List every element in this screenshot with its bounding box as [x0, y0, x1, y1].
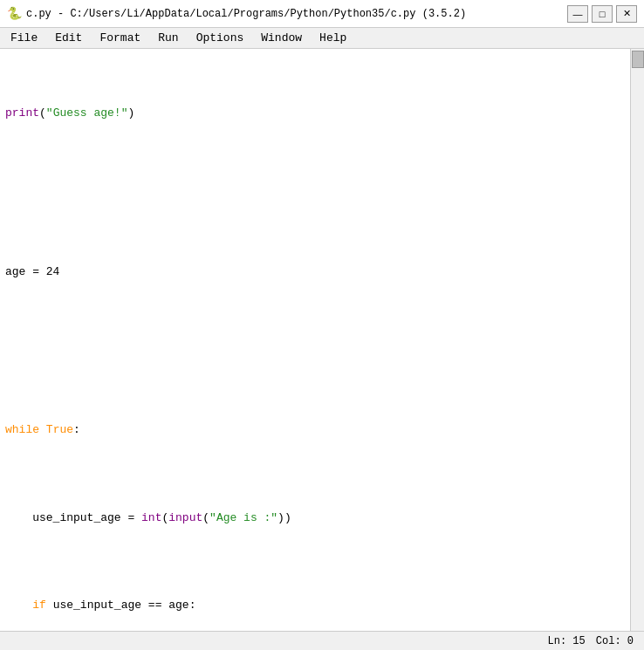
menu-window[interactable]: Window [254, 30, 309, 46]
close-button[interactable]: ✕ [616, 5, 637, 23]
title-bar-controls: — □ ✕ [567, 5, 637, 23]
code-line-4 [5, 333, 625, 351]
menu-edit[interactable]: Edit [48, 30, 89, 46]
title-bar: 🐍 c.py - C:/Users/Li/AppData/Local/Progr… [0, 0, 644, 28]
scrollbar-thumb[interactable] [632, 51, 644, 68]
menu-run[interactable]: Run [151, 30, 185, 46]
status-col: Col: 0 [596, 635, 634, 647]
minimize-button[interactable]: — [567, 5, 588, 23]
title-bar-left: 🐍 c.py - C:/Users/Li/AppData/Local/Progr… [7, 7, 466, 21]
code-line-2 [5, 175, 625, 193]
menu-help[interactable]: Help [312, 30, 353, 46]
code-editor[interactable]: print("Guess age!") age = 24 while True:… [0, 49, 630, 631]
code-line-7: if use_input_age == age: [5, 597, 625, 614]
menu-options[interactable]: Options [189, 30, 251, 46]
code-line-3: age = 24 [5, 263, 625, 281]
code-line-1: print("Guess age!") [5, 105, 625, 122]
status-line: Ln: 15 [548, 635, 586, 647]
menu-file[interactable]: File [3, 30, 45, 46]
code-line-5: while True: [5, 421, 625, 439]
status-bar: Ln: 15 Col: 0 [0, 631, 644, 650]
app-icon: 🐍 [7, 7, 21, 21]
window-title: c.py - C:/Users/Li/AppData/Local/Program… [26, 8, 466, 20]
code-line-6: use_input_age = int(input("Age is :")) [5, 510, 625, 527]
scrollbar-track[interactable] [630, 49, 644, 631]
menu-bar: File Edit Format Run Options Window Help [0, 28, 644, 49]
menu-format[interactable]: Format [92, 30, 147, 46]
editor-container: print("Guess age!") age = 24 while True:… [0, 49, 644, 631]
maximize-button[interactable]: □ [592, 5, 613, 23]
